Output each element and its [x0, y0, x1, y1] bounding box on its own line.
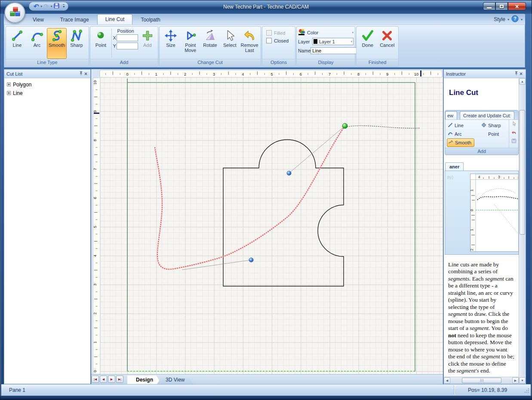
- horizontal-scroll-thumb[interactable]: [462, 378, 501, 383]
- svg-text:0: 0: [470, 209, 474, 211]
- control-point-blue[interactable]: [249, 258, 253, 262]
- prev-sheet-icon[interactable]: ◀: [100, 376, 107, 383]
- style-caret-icon[interactable]: ▾: [507, 18, 509, 21]
- qat-customize-button[interactable]: ▾: [63, 4, 65, 9]
- mini-tab-planer: aner: [445, 162, 464, 171]
- scroll-left-icon[interactable]: ◀: [444, 377, 450, 384]
- point-button[interactable]: Point: [92, 28, 110, 59]
- sharp-button[interactable]: Sharp: [67, 28, 86, 59]
- point-move-button[interactable]: PointMove: [181, 28, 200, 59]
- endpoint-handle-green[interactable]: [342, 123, 347, 128]
- instructor-horizontal-scrollbar[interactable]: ◀ ▶: [444, 377, 519, 384]
- group-label-finished: Finished: [357, 59, 398, 66]
- last-sheet-icon[interactable]: ▶|: [116, 376, 123, 383]
- scroll-right-icon[interactable]: ▶: [512, 377, 519, 384]
- filled-checkbox[interactable]: [266, 30, 272, 36]
- y-input[interactable]: [117, 43, 138, 49]
- svg-text:1: 1: [470, 229, 474, 231]
- closed-checkbox[interactable]: [266, 38, 272, 43]
- h-ruler-label-1: 1: [155, 72, 157, 76]
- canvas-svg: 012345678910 012345678910: [91, 69, 443, 375]
- redo-dropdown-caret[interactable]: ▾: [51, 5, 52, 8]
- position-label: Position: [113, 28, 138, 34]
- h-ruler-label-8: 8: [357, 72, 360, 76]
- divider: [111, 29, 112, 58]
- arc-button[interactable]: Arc: [27, 28, 47, 59]
- layer-select[interactable]: Layer 1 ▾: [312, 38, 354, 45]
- color-caret-icon[interactable]: ▾: [352, 31, 354, 34]
- v-ruler-label-2: 2: [93, 312, 97, 315]
- v-ruler-label-0: 0: [93, 370, 97, 372]
- group-change-cut: SizePointMoveRotateSelectRemoveLast Chan…: [159, 26, 261, 67]
- smooth-button[interactable]: Smooth: [47, 28, 67, 59]
- ribbon-tab-row: ViewTrace ImageLine CutToolpath Style ▾ …: [4, 14, 525, 25]
- grid: [100, 77, 443, 375]
- group-label-add: Add: [90, 59, 158, 66]
- group-display: Color ▾ Layer Layer 1 ▾ Name: [296, 26, 355, 67]
- next-sheet-icon[interactable]: ▶: [108, 376, 115, 383]
- cut-list-close-icon[interactable]: ×: [83, 71, 88, 77]
- add-button[interactable]: Add: [138, 28, 157, 59]
- tree-item-polygon[interactable]: Polygon: [7, 82, 88, 88]
- remove-last-button[interactable]: RemoveLast: [240, 28, 259, 59]
- vertical-scroll-thumb[interactable]: [520, 110, 525, 235]
- done-button[interactable]: Done: [358, 28, 378, 59]
- h-ruler-label-0: 0: [126, 72, 128, 76]
- x-input[interactable]: [117, 34, 138, 41]
- v-ruler-label-6: 6: [93, 197, 97, 199]
- select-button[interactable]: Select: [220, 28, 240, 59]
- group-label-display: Display: [297, 59, 355, 66]
- mini-smooth-icon: [448, 140, 453, 146]
- mini-canvas-svg: 432 1012: [470, 174, 519, 252]
- pin-icon[interactable]: [514, 71, 519, 76]
- maximize-icon: [500, 5, 504, 8]
- mini-line-icon: [448, 122, 453, 128]
- instructor-panel: Instructor × Line Cut ew Create and Upda…: [443, 69, 526, 384]
- instructor-close-icon[interactable]: ×: [519, 71, 523, 77]
- expand-icon[interactable]: [7, 82, 11, 88]
- undo-dropdown-caret[interactable]: ▾: [41, 5, 43, 8]
- save-button[interactable]: [52, 3, 61, 10]
- cancel-x-icon: [380, 29, 394, 42]
- help-caret-icon[interactable]: ▾: [521, 18, 523, 21]
- minimize-icon: [487, 7, 492, 9]
- window-controls: ×: [483, 2, 526, 10]
- size-button[interactable]: Size: [161, 28, 181, 59]
- tab-design[interactable]: Design: [127, 376, 162, 384]
- scroll-up-icon[interactable]: ▲: [519, 78, 526, 85]
- tab-view[interactable]: View: [25, 15, 52, 25]
- y-label: Y: [113, 43, 117, 49]
- mini-sharp-icon: [481, 122, 486, 128]
- mini-arc-item: Arc: [447, 130, 480, 138]
- maximize-button[interactable]: [495, 2, 508, 10]
- group-add: Point Position X Y Add: [90, 26, 158, 67]
- scroll-down-icon[interactable]: ▼: [519, 377, 526, 384]
- tab-trace-image[interactable]: Trace Image: [52, 15, 97, 25]
- minimize-button[interactable]: [483, 2, 495, 10]
- pin-icon[interactable]: [79, 71, 83, 76]
- help-button[interactable]: ?: [511, 15, 519, 24]
- close-button[interactable]: ×: [508, 2, 526, 10]
- line-button[interactable]: Line: [7, 28, 27, 59]
- color-button[interactable]: Color ▾: [298, 28, 354, 37]
- tree-item-line[interactable]: Line: [7, 90, 88, 96]
- undo-button[interactable]: ↶: [33, 3, 40, 10]
- first-sheet-icon[interactable]: |◀: [92, 376, 99, 383]
- instructor-heading: Line Cut: [449, 89, 519, 97]
- control-point-blue[interactable]: [287, 171, 291, 175]
- v-ruler-label-5: 5: [93, 226, 97, 228]
- tab-3d-view[interactable]: 3D View: [157, 376, 193, 384]
- redo-icon: ↷: [43, 3, 49, 9]
- cancel-button[interactable]: Cancel: [378, 28, 397, 59]
- expand-icon[interactable]: [7, 90, 11, 96]
- resize-grip[interactable]: [524, 388, 529, 394]
- tab-toolpath[interactable]: Toolpath: [132, 15, 168, 25]
- app-window: ↶ ▾ ↷ ▾ ▾ New Techne Part - Techne CAD/C…: [0, 0, 532, 400]
- style-menu[interactable]: Style: [494, 16, 505, 22]
- instructor-vertical-scrollbar[interactable]: ▲ ▼: [519, 78, 526, 384]
- application-menu-button[interactable]: [4, 2, 25, 23]
- tab-line-cut[interactable]: Line Cut: [97, 14, 133, 25]
- redo-button[interactable]: ↷: [43, 3, 50, 10]
- h-ruler-label-4: 4: [242, 72, 244, 76]
- rotate-button[interactable]: Rotate: [200, 28, 220, 59]
